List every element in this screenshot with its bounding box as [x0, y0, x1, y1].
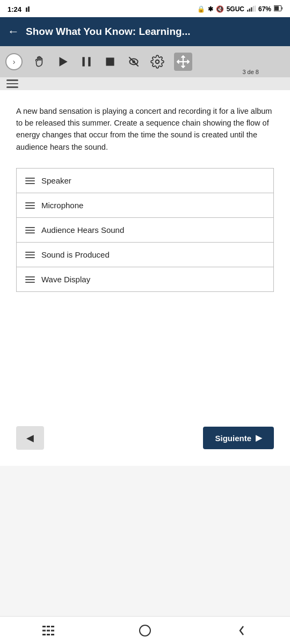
status-time: 1:24: [8, 5, 21, 13]
bottom-back-button[interactable]: [193, 617, 290, 644]
drag-item-sound-produced[interactable]: Sound is Produced: [17, 243, 273, 267]
svg-rect-1: [28, 6, 30, 12]
svg-rect-22: [51, 626, 54, 627]
home-circle-icon: [139, 624, 151, 637]
lock-icon: 🔒: [197, 5, 205, 13]
review-button[interactable]: [127, 55, 141, 69]
question-text: A new band sensation is playing a concer…: [16, 105, 274, 153]
hamburger-menu-button[interactable]: [6, 79, 18, 88]
drag-handle-microphone: [25, 202, 35, 209]
svg-rect-25: [51, 630, 54, 631]
svg-rect-4: [251, 7, 252, 11]
drag-label-sound-produced: Sound is Produced: [41, 250, 110, 259]
settings-button[interactable]: [150, 55, 164, 69]
gear-icon: [150, 55, 164, 69]
drag-handle-audience: [25, 227, 35, 233]
bluetooth-icon: ✱: [208, 5, 213, 13]
drag-label-microphone: Microphone: [41, 201, 83, 210]
battery-label: 67%: [258, 5, 271, 13]
move-button[interactable]: [174, 53, 192, 71]
back-chevron-icon: [238, 624, 245, 637]
drag-handle-sound-produced: [25, 252, 35, 258]
svg-rect-21: [47, 626, 50, 627]
svg-rect-28: [51, 634, 54, 635]
sub-toolbar: [0, 77, 290, 90]
hand-icon: [32, 55, 46, 69]
move-icon: [176, 55, 190, 69]
svg-rect-6: [255, 5, 256, 11]
svg-rect-20: [42, 626, 46, 627]
status-right: 🔒 ✱ 🔇 5GUC 67%: [197, 5, 282, 13]
drag-label-speaker: Speaker: [41, 176, 71, 185]
network-label: 5GUC: [227, 5, 244, 13]
drag-label-audience: Audience Hears Sound: [41, 225, 124, 235]
stop-icon: [103, 55, 117, 69]
svg-rect-27: [47, 634, 50, 635]
svg-rect-8: [282, 7, 282, 9]
drag-handle-speaker: [25, 178, 35, 184]
svg-rect-23: [42, 630, 46, 631]
svg-rect-2: [247, 10, 248, 11]
bottom-nav: [0, 616, 290, 644]
nav-arrow-button[interactable]: ›: [5, 53, 23, 70]
svg-marker-10: [60, 57, 68, 66]
menu-lines-icon: [42, 626, 54, 635]
play-icon: [56, 55, 70, 69]
drag-item-wave-display[interactable]: Wave Display: [17, 267, 273, 291]
status-bar: 1:24 🔒 ✱ 🔇 5GUC 67%: [0, 0, 290, 17]
siguiente-label: Siguiente: [215, 434, 251, 443]
stop-button[interactable]: [103, 55, 117, 69]
drag-list: Speaker Microphone Audience Hears Sound …: [16, 168, 274, 292]
status-icons: [26, 5, 33, 13]
main-content: A new band sensation is playing a concer…: [0, 90, 290, 419]
drag-label-wave-display: Wave Display: [41, 275, 90, 284]
svg-rect-24: [47, 630, 50, 631]
svg-rect-0: [26, 8, 27, 12]
sound-icon: 🔇: [216, 5, 224, 13]
drag-item-speaker[interactable]: Speaker: [17, 169, 273, 193]
nav-arrow-icon: ›: [13, 57, 16, 66]
spacer-area: [0, 466, 290, 616]
pause-icon: [79, 55, 93, 69]
siguiente-button[interactable]: Siguiente ▶: [203, 427, 274, 449]
svg-rect-26: [42, 634, 46, 635]
signal-bars: [247, 5, 256, 13]
svg-rect-12: [88, 57, 90, 66]
battery-icon: [274, 5, 282, 13]
svg-rect-3: [249, 9, 250, 12]
play-button[interactable]: [56, 55, 70, 69]
svg-point-17: [156, 60, 160, 64]
drag-item-audience[interactable]: Audience Hears Sound: [17, 218, 273, 243]
drag-handle-wave-display: [25, 276, 35, 283]
hand-tool-button[interactable]: [32, 55, 46, 69]
toolbar-counter: 3 de 8: [242, 69, 259, 75]
eye-icon: [127, 55, 141, 69]
app-header: ← Show What You Know: Learning...: [0, 17, 290, 46]
header-title: Show What You Know: Learning...: [26, 26, 282, 38]
svg-rect-5: [253, 6, 254, 11]
siguiente-icon: ▶: [256, 433, 262, 443]
drag-item-microphone[interactable]: Microphone: [17, 193, 273, 218]
toolbar: ›: [0, 46, 290, 77]
svg-rect-9: [274, 6, 279, 11]
back-button[interactable]: ←: [8, 25, 19, 39]
svg-rect-13: [106, 57, 114, 65]
nav-buttons: ◀ Siguiente ▶: [0, 419, 290, 466]
svg-rect-11: [82, 57, 84, 66]
back-nav-button[interactable]: ◀: [16, 426, 44, 450]
pause-button[interactable]: [79, 55, 93, 69]
bottom-home-button[interactable]: [97, 617, 193, 644]
back-nav-icon: ◀: [26, 432, 34, 444]
svg-point-29: [140, 625, 150, 636]
bottom-menu-button[interactable]: [0, 617, 97, 644]
